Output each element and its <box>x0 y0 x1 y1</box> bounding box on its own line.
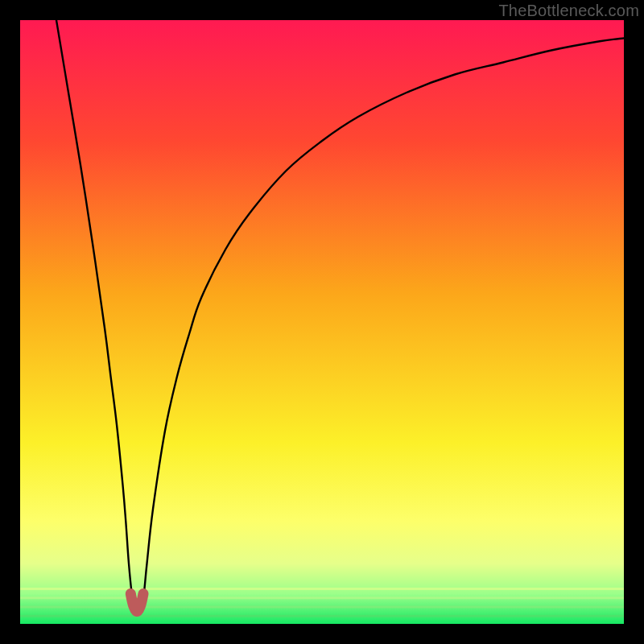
gradient-background <box>20 20 624 624</box>
svg-rect-2 <box>20 597 624 599</box>
watermark-text: TheBottleneck.com <box>498 2 639 20</box>
chart-frame: TheBottleneck.com <box>0 0 644 644</box>
plot-area <box>20 20 624 624</box>
svg-rect-3 <box>20 588 624 590</box>
plot-svg <box>20 20 624 624</box>
svg-rect-0 <box>20 615 624 617</box>
svg-rect-1 <box>20 606 624 609</box>
